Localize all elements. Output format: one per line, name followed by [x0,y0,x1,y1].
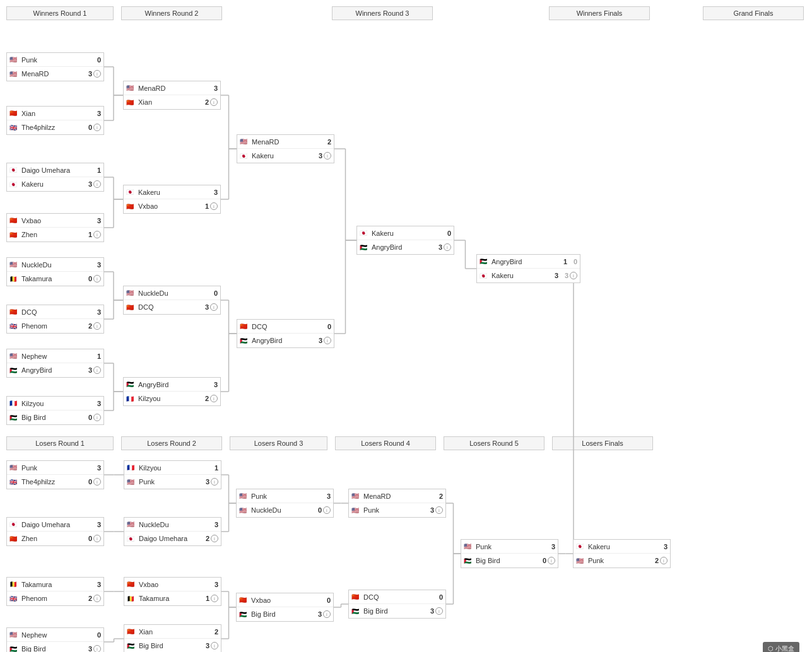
lr5m1-p1-score: 3 [546,543,555,550]
wr2m4-p2: 🇫🇷 Kilzyou 2 i [124,392,220,405]
lr2m2-p2-score: 2 [201,535,209,542]
wr2m3-p1: 🇺🇸 NuckleDu 0 [124,286,220,300]
lr4m1-p1: 🇺🇸 MenaRD 2 [349,489,445,503]
lr5m1-info[interactable]: i [548,557,555,564]
flag-be2: 🇧🇪 [9,581,20,588]
lr2m4-p1-name: Xian [139,628,208,636]
wm2-p2-score: 0 [83,124,92,131]
lr3m1-p2-score: 0 [313,506,322,514]
wr3m1-info[interactable]: i [324,152,331,160]
lr1m2-info[interactable]: i [93,535,101,542]
lr4m2-p2-score: 3 [425,607,434,615]
lr4m2-info[interactable]: i [435,607,443,615]
lr4m1-p2-name: Punk [363,506,424,514]
lr2m3-p2-score: 1 [201,595,209,602]
wr2m4-p1-score: 3 [209,381,218,388]
wr2m2-info[interactable]: i [210,202,218,210]
wm8-info[interactable]: i [93,414,101,421]
lr1-col: 🇺🇸 Punk 3 🇬🇧 The4philzz 0 i 🇯🇵 Daigo Ume… [6,454,119,652]
wfm1-info[interactable]: i [444,243,451,251]
wm3-p1-name: Daigo Umehara [21,166,91,174]
winners-bracket: 🇺🇸 Punk 0 🇺🇸 MenaRD 3 i 🇨🇳 Xian 3 🇬🇧 The… [6,24,806,434]
flag-jp8: 🇯🇵 [127,535,137,542]
wm6-info[interactable]: i [93,322,101,330]
flag-us15: 🇺🇸 [351,507,362,514]
wm3-info[interactable]: i [93,180,101,188]
wm5-info[interactable]: i [93,275,101,282]
wr2m1-info[interactable]: i [210,98,218,106]
wm6-p2-score: 2 [83,322,92,330]
wm1-info[interactable]: i [93,70,101,78]
lr1m3-p1: 🇧🇪 Takamura 3 [7,578,103,591]
lr3m1-p1-name: Punk [251,492,321,500]
wr2m4-info[interactable]: i [210,395,218,402]
lr2m4-info[interactable]: i [211,642,218,649]
wm6-p2: 🇬🇧 Phenom 2 i [7,319,103,333]
wr3m2-p2-name: AngryBird [252,337,312,344]
wr2m3-p2-score: 3 [200,303,209,311]
wm4-p2-name: Zhen [21,231,82,238]
gfm1-info[interactable]: i [570,272,577,279]
lr2m2-info[interactable]: i [211,535,218,542]
lfm1-p2: 🇺🇸 Punk 2 i [574,554,670,568]
lr4m1-info[interactable]: i [435,506,443,514]
wr2m1-p1-name: MenaRD [138,84,208,92]
wr3m1-p1-score: 2 [322,138,331,146]
lr3m1-info[interactable]: i [323,506,331,514]
losers-headers: Losers Round 1 Losers Round 2 Losers Rou… [6,436,806,450]
lr1m3: 🇧🇪 Takamura 3 🇬🇧 Phenom 2 i [6,577,104,606]
wr2m3-p1-score: 0 [209,289,218,297]
flag-cn7: 🇨🇳 [126,304,136,311]
lfm1-info[interactable]: i [660,557,668,564]
wr3m2: 🇨🇳 DCQ 0 🇵🇸 AngryBird 3 i [237,319,334,348]
lr2m1-info[interactable]: i [211,478,218,486]
flag-cn2: 🇨🇳 [9,217,20,224]
flag-ps6: 🇵🇸 [480,258,490,265]
wr2m1-p2-name: Xian [138,98,199,106]
wr3m2-p1: 🇨🇳 DCQ 0 [237,320,334,334]
lr1m1-p1-name: Punk [21,464,91,472]
wm6-p2-name: Phenom [21,322,82,330]
lr1m3-info[interactable]: i [93,595,101,602]
lr1m1-info[interactable]: i [93,478,101,486]
gfm1-p1-score2: 0 [568,258,577,265]
lr1m4-info[interactable]: i [93,645,101,652]
wr2m3-p1-name: NuckleDu [138,289,208,297]
wr3m2-p2-score: 3 [314,337,322,344]
flag-cn6: 🇨🇳 [126,203,136,210]
flag-us3: 🇺🇸 [9,261,20,268]
wm7-p1: 🇺🇸 Nephew 1 [7,349,103,363]
wm4-p2: 🇨🇳 Zhen 1 i [7,228,103,242]
flag-cn10: 🇨🇳 [127,581,137,588]
wr2m2-p1-name: Kakeru [138,189,208,196]
flag-us5: 🇺🇸 [126,84,136,91]
lr2m3-p1-name: Vxbao [139,581,208,588]
lr4m1-p2-score: 3 [425,506,434,514]
flag-be3: 🇧🇪 [127,595,137,602]
header-lr5: Losers Round 5 [444,436,544,450]
wm8-p1-score: 3 [92,400,101,407]
wm5-p2-score: 0 [83,275,92,282]
lr4m2: 🇨🇳 DCQ 0 🇵🇸 Big Bird 3 i [348,590,446,619]
wr2m3-info[interactable]: i [210,303,218,311]
lr2m2-p1-score: 3 [209,521,218,528]
wm7-info[interactable]: i [93,366,101,374]
wm2-info[interactable]: i [93,124,101,131]
lr3m1-p2: 🇺🇸 NuckleDu 0 i [237,503,333,517]
lr1m1: 🇺🇸 Punk 3 🇬🇧 The4philzz 0 i [6,460,104,489]
lr3m2-info[interactable]: i [323,610,331,618]
wm1-p1-name: Punk [21,56,91,64]
wr3m2-info[interactable]: i [324,337,331,344]
lr4m2-p1: 🇨🇳 DCQ 0 [349,590,445,604]
lr2m3-info[interactable]: i [211,595,218,602]
wr2m2-p1: 🇯🇵 Kakeru 3 [124,185,220,199]
wr3m2-p2: 🇵🇸 AngryBird 3 i [237,334,334,347]
wr2m4-p2-score: 2 [200,395,209,402]
gfm1-p1-score: 1 [558,258,567,265]
lr2m1-p2: 🇺🇸 Punk 3 i [124,475,221,489]
flag-ps: 🇵🇸 [9,367,20,374]
wr2m3-p2: 🇨🇳 DCQ 3 i [124,300,220,314]
lr4-col: 🇺🇸 MenaRD 2 🇺🇸 Punk 3 i 🇨🇳 DCQ 0 🇵🇸 Big … [343,454,456,652]
wm4-info[interactable]: i [93,231,101,238]
lr5-col: 🇺🇸 Punk 3 🇵🇸 Big Bird 0 i [456,454,568,652]
